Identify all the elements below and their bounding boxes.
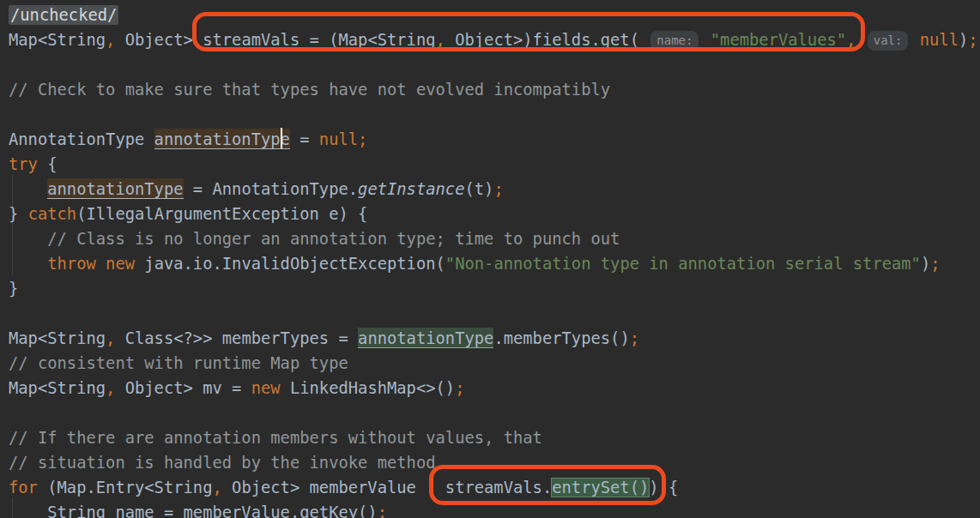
text-caret	[281, 128, 282, 148]
code-token: = AnnotationType.	[184, 180, 359, 198]
code-token: Class<?>> memberTypes =	[115, 329, 358, 347]
code-token: null	[319, 130, 358, 148]
code-token: ;	[493, 180, 503, 198]
code-token: {	[38, 155, 57, 173]
code-line[interactable]: /unchecked/	[0, 3, 980, 27]
code-token: ,	[106, 329, 115, 347]
code-token: ,	[106, 379, 115, 397]
code-token: Map<String	[9, 329, 106, 347]
code-line[interactable]: // consistent with runtime Map type	[0, 351, 980, 376]
code-token: getInstance	[358, 180, 464, 198]
code-token: Object>)fields.get(	[445, 31, 649, 49]
code-line[interactable]: Map<String, Object> mv = new LinkedHashM…	[0, 376, 980, 401]
inlay-hint[interactable]: name:	[650, 31, 699, 51]
code-token: "memberValues"	[711, 31, 846, 49]
code-line[interactable]: String name = memberValue.getKey();	[0, 500, 980, 518]
code-token	[9, 180, 47, 198]
code-line[interactable]: for (Map.Entry<String, Object> memberVal…	[0, 475, 980, 500]
code-line[interactable]: annotationType = AnnotationType.getInsta…	[0, 177, 980, 202]
code-editor: /unchecked/Map<String, Object> streamVal…	[0, 0, 980, 518]
code-token: // situation is handled by the invoke me…	[9, 454, 445, 472]
code-token: LinkedHashMap<>()	[281, 379, 456, 397]
code-token: AnnotationType	[9, 130, 154, 148]
code-token: ;	[630, 329, 639, 347]
code-token: ,	[846, 31, 856, 49]
code-line[interactable]: throw new java.io.InvalidObjectException…	[0, 251, 980, 276]
code-token: Object> mv =	[115, 379, 251, 397]
code-token: ;	[455, 379, 464, 397]
code-token: ;	[930, 255, 940, 273]
code-token: ;	[968, 31, 977, 49]
code-token	[9, 255, 47, 273]
code-token: )	[921, 255, 930, 273]
code-token: (Map.Entry<String	[38, 479, 213, 497]
code-token: =	[290, 130, 319, 148]
inlay-hint[interactable]: val:	[868, 31, 909, 51]
code-token: ,	[106, 31, 115, 49]
code-token	[96, 255, 106, 273]
code-token: try	[9, 155, 38, 173]
code-line[interactable]: } catch(IllegalArgumentException e) {	[0, 202, 980, 226]
code-token: Map<String	[9, 31, 106, 49]
code-token: )	[959, 31, 968, 49]
code-line[interactable]: Map<String, Class<?>> memberTypes = anno…	[0, 326, 980, 351]
code-token: Object> streamVals = (Map<String	[115, 31, 435, 49]
code-line[interactable]	[0, 301, 980, 326]
code-line[interactable]: Map<String, Object> streamVals = (Map<St…	[0, 27, 980, 52]
code-token: .memberTypes()	[493, 329, 629, 347]
code-token: annotationType	[358, 328, 493, 348]
code-token: (IllegalArgumentException e) {	[76, 205, 367, 223]
code-token: new	[106, 255, 135, 273]
code-token	[910, 31, 919, 49]
code-token: }	[9, 205, 28, 223]
code-token: // If there are annotation members witho…	[9, 429, 542, 447]
code-token: annotationType	[154, 129, 290, 149]
code-token: "Non-annotation type in annotation seria…	[445, 255, 921, 273]
code-token: // Check to make sure that types have no…	[9, 81, 610, 99]
code-token: new	[251, 379, 281, 397]
code-token: ,	[436, 31, 445, 49]
code-line[interactable]: // If there are annotation members witho…	[0, 425, 980, 450]
code-token	[700, 31, 710, 49]
code-token: entrySet()	[552, 479, 649, 497]
code-line[interactable]	[0, 102, 980, 127]
code-line[interactable]	[0, 52, 980, 77]
code-line[interactable]: // Check to make sure that types have no…	[0, 77, 980, 102]
code-token: null	[920, 31, 959, 49]
code-token: (t)	[464, 180, 493, 198]
code-line[interactable]: AnnotationType annotationType = null;	[0, 127, 980, 152]
code-token: ;	[358, 130, 367, 148]
code-token: java.io.InvalidObjectException(	[135, 255, 445, 273]
code-token: String name = memberValue.getKey()	[9, 503, 378, 518]
code-line[interactable]: // Class is no longer an annotation type…	[0, 226, 980, 251]
code-token: for	[9, 479, 38, 497]
code-token: // consistent with runtime Map type	[9, 354, 348, 372]
code-line[interactable]	[0, 401, 980, 425]
code-token: ) {	[649, 479, 678, 497]
code-token: /unchecked/	[9, 5, 118, 25]
code-token: Object> memberValue streamVals.	[222, 479, 552, 497]
code-line[interactable]: }	[0, 276, 980, 301]
code-token: Map<String	[9, 379, 106, 397]
code-token: // Class is no longer an annotation type…	[9, 230, 620, 248]
code-token: ,	[212, 479, 221, 497]
code-area[interactable]: /unchecked/Map<String, Object> streamVal…	[0, 3, 980, 518]
code-line[interactable]: try {	[0, 152, 980, 177]
code-token: catch	[28, 205, 77, 223]
code-line[interactable]: // situation is handled by the invoke me…	[0, 450, 980, 475]
code-token	[856, 31, 865, 49]
code-token: annotationType	[47, 178, 183, 199]
code-token: ;	[378, 503, 387, 518]
code-token: }	[9, 280, 18, 298]
code-token: throw	[47, 255, 96, 273]
